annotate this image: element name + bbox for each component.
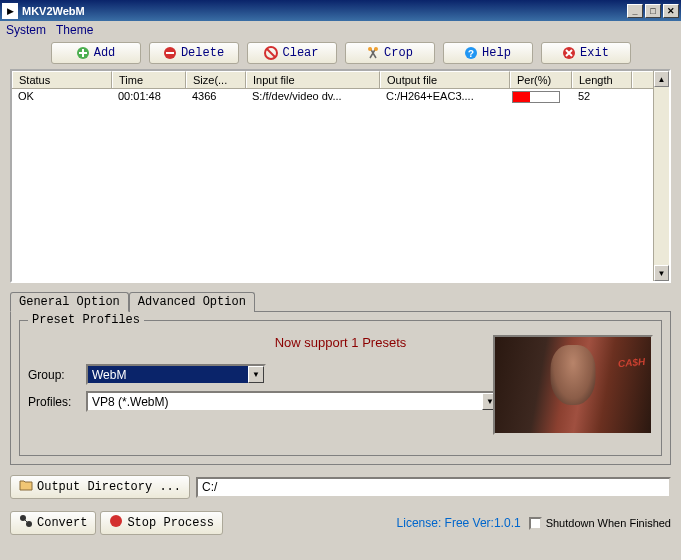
group-select[interactable]: WebM ▼ [86,364,266,385]
cell-size: 4366 [186,89,246,105]
convert-button[interactable]: Convert [10,511,96,535]
cell-per [510,89,572,105]
help-icon: ? [464,46,478,60]
svg-point-4 [368,47,372,51]
add-label: Add [94,46,116,60]
table-header: Status Time Size(... Input file Output f… [12,71,669,89]
tabs-area: General Option Advanced Option Preset Pr… [0,291,681,465]
col-time[interactable]: Time [112,71,186,88]
convert-label: Convert [37,516,87,530]
col-status[interactable]: Status [12,71,112,88]
exit-label: Exit [580,46,609,60]
status-row: Convert Stop Process License: Free Ver:1… [0,509,681,537]
tab-advanced[interactable]: Advanced Option [129,292,255,312]
add-button[interactable]: Add [51,42,141,64]
table-row[interactable]: OK 00:01:48 4366 S:/f/dev/video dv... C:… [12,89,669,105]
delete-button[interactable]: Delete [149,42,239,64]
col-length[interactable]: Length [572,71,632,88]
svg-text:?: ? [468,49,474,60]
profiles-select[interactable]: VP8 (*.WebM) ▼ [86,391,500,412]
crop-icon [366,46,380,60]
main-area: Status Time Size(... Input file Output f… [0,67,681,285]
app-icon: ▶ [2,3,18,19]
stop-button[interactable]: Stop Process [100,511,222,535]
stop-icon [109,514,123,532]
menubar: System Theme [0,21,681,39]
cell-time: 00:01:48 [112,89,186,105]
action-buttons: Convert Stop Process [10,511,223,535]
menu-theme[interactable]: Theme [56,23,93,37]
stop-label: Stop Process [127,516,213,530]
fieldset-legend: Preset Profiles [28,313,144,327]
tabs-row: General Option Advanced Option [10,292,671,312]
chevron-down-icon: ▼ [248,366,264,383]
help-label: Help [482,46,511,60]
cell-status: OK [12,89,112,105]
shutdown-checkbox-wrap[interactable]: Shutdown When Finished [529,517,671,530]
minimize-button[interactable]: _ [627,4,643,18]
shutdown-label: Shutdown When Finished [546,517,671,529]
cell-output: C:/H264+EAC3.... [380,89,510,105]
titlebar: ▶ MKV2WebM _ □ ✕ [0,0,681,21]
video-preview: CA$H [493,335,653,435]
exit-icon [562,46,576,60]
col-size[interactable]: Size(... [186,71,246,88]
folder-icon [19,479,33,495]
clear-icon [264,46,278,60]
crop-label: Crop [384,46,413,60]
col-input[interactable]: Input file [246,71,380,88]
license-text: License: Free Ver:1.0.1 [397,516,521,530]
window-controls: _ □ ✕ [627,4,679,18]
shutdown-checkbox[interactable] [529,517,542,530]
preview-face [551,345,596,405]
scroll-up-icon[interactable]: ▲ [654,71,669,87]
tab-content: Preset Profiles Now support 1 Presets Gr… [10,311,671,465]
group-label: Group: [28,368,82,382]
col-per[interactable]: Per(%) [510,71,572,88]
output-dir-button[interactable]: Output Directory ... [10,475,190,499]
output-path-input[interactable] [196,477,671,498]
file-table: Status Time Size(... Input file Output f… [10,69,671,283]
toolbar: Add Delete Clear Crop ?Help Exit [0,39,681,67]
svg-rect-2 [166,52,174,54]
menu-system[interactable]: System [6,23,46,37]
progress-bar [512,91,560,103]
bottom-area: Output Directory ... [0,465,681,509]
clear-button[interactable]: Clear [247,42,337,64]
tab-general[interactable]: General Option [10,292,129,312]
output-row: Output Directory ... [10,475,671,499]
maximize-button[interactable]: □ [645,4,661,18]
close-button[interactable]: ✕ [663,4,679,18]
clear-label: Clear [282,46,318,60]
delete-label: Delete [181,46,224,60]
cell-length: 52 [572,89,632,105]
exit-button[interactable]: Exit [541,42,631,64]
delete-icon [163,46,177,60]
window-title: MKV2WebM [22,5,627,17]
svg-point-5 [374,47,378,51]
add-icon [76,46,90,60]
group-value: WebM [88,368,248,382]
help-button[interactable]: ?Help [443,42,533,64]
profiles-value: VP8 (*.WebM) [88,395,482,409]
col-output[interactable]: Output file [380,71,510,88]
svg-point-11 [110,515,122,527]
profiles-label: Profiles: [28,395,82,409]
cell-input: S:/f/dev/video dv... [246,89,380,105]
convert-icon [19,514,33,532]
scrollbar-vertical[interactable]: ▲ ▼ [653,71,669,281]
output-dir-label: Output Directory ... [37,480,181,494]
progress-fill [513,92,530,102]
scroll-down-icon[interactable]: ▼ [654,265,669,281]
preview-overlay-text: CA$H [617,356,645,369]
preset-fieldset: Preset Profiles Now support 1 Presets Gr… [19,320,662,456]
crop-button[interactable]: Crop [345,42,435,64]
